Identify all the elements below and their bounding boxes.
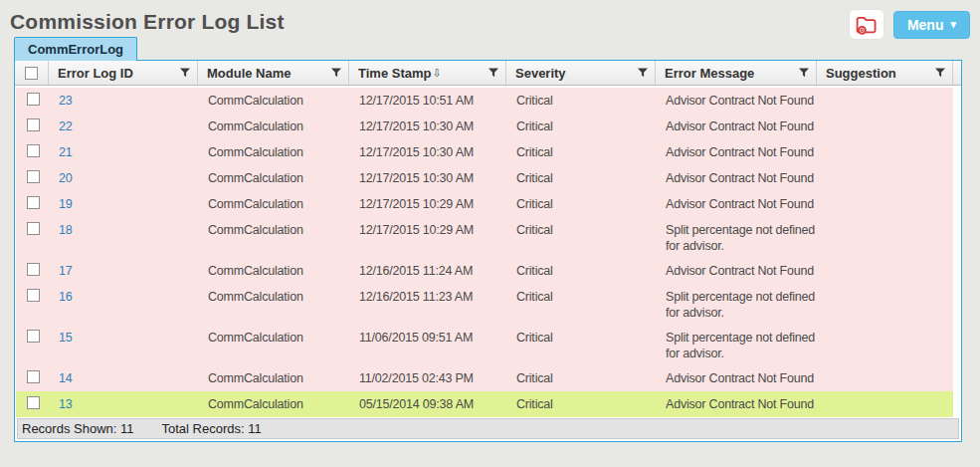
suggestion-cell	[818, 391, 953, 417]
column-header-module-name[interactable]: Module Name	[198, 61, 349, 85]
row-checkbox[interactable]	[27, 93, 40, 106]
severity-cell: Critical	[507, 191, 657, 217]
column-label: Time Stamp	[358, 66, 431, 81]
table-row: 19 CommCalculation 12/17/2015 10:29 AM C…	[16, 191, 953, 217]
menu-button-label: Menu	[907, 17, 944, 33]
time-stamp-cell: 05/15/2014 09:38 AM	[350, 391, 507, 417]
error-log-id-link[interactable]: 15	[59, 331, 73, 345]
column-header-time-stamp[interactable]: Time Stamp ⇩	[349, 61, 506, 85]
error-message-cell: Advisor Contract Not Found	[657, 114, 818, 139]
column-label: Suggestion	[826, 66, 896, 81]
column-label: Severity	[515, 66, 566, 81]
column-label: Error Message	[665, 66, 754, 81]
error-log-id-link[interactable]: 20	[59, 171, 73, 185]
filter-icon[interactable]	[331, 68, 341, 78]
error-message-cell: Split percentage not defined for advisor…	[657, 284, 818, 325]
row-select-cell	[16, 391, 50, 417]
error-message-cell: Advisor Contract Not Found	[657, 365, 818, 391]
module-name-cell: CommCalculation	[199, 284, 350, 325]
error-log-id-cell: 23	[50, 88, 199, 114]
module-name-cell: CommCalculation	[199, 217, 350, 258]
time-stamp-cell: 12/17/2015 10:51 AM	[350, 88, 507, 114]
time-stamp-cell: 12/17/2015 10:29 AM	[350, 217, 507, 258]
tab-commerrorlog[interactable]: CommErrorLog	[14, 37, 137, 61]
column-header-severity[interactable]: Severity	[506, 61, 656, 85]
filter-icon[interactable]	[489, 68, 498, 78]
menu-button[interactable]: Menu ▾	[893, 11, 970, 39]
suggestion-cell	[818, 284, 953, 325]
row-checkbox[interactable]	[27, 222, 40, 235]
time-stamp-cell: 12/16/2015 11:24 AM	[350, 258, 507, 284]
suggestion-cell	[818, 139, 953, 165]
page-title: Commission Error Log List	[10, 10, 285, 34]
column-header-error-log-id[interactable]: Error Log ID	[49, 61, 198, 85]
error-log-id-cell: 17	[50, 258, 199, 284]
filter-icon[interactable]	[638, 68, 648, 78]
row-checkbox[interactable]	[27, 263, 40, 276]
table-row: 14 CommCalculation 11/02/2015 02:43 PM C…	[16, 365, 953, 391]
module-name-cell: CommCalculation	[199, 325, 350, 365]
severity-cell: Critical	[507, 325, 657, 365]
error-log-id-link[interactable]: 16	[59, 290, 73, 304]
severity-cell: Critical	[507, 114, 657, 139]
error-log-id-link[interactable]: 18	[59, 223, 73, 237]
row-checkbox[interactable]	[27, 370, 40, 383]
row-select-cell	[16, 284, 50, 325]
row-select-cell	[16, 217, 50, 258]
error-log-id-link[interactable]: 22	[59, 119, 73, 133]
row-checkbox[interactable]	[27, 396, 40, 409]
severity-cell: Critical	[507, 391, 657, 417]
table-row: 17 CommCalculation 12/16/2015 11:24 AM C…	[16, 258, 953, 284]
table-row: 21 CommCalculation 12/17/2015 10:30 AM C…	[16, 139, 953, 165]
error-log-id-link[interactable]: 23	[59, 94, 73, 108]
table-row: 16 CommCalculation 12/16/2015 11:23 AM C…	[16, 284, 953, 325]
severity-cell: Critical	[507, 165, 657, 191]
time-stamp-cell: 12/16/2015 11:23 AM	[350, 284, 507, 325]
column-header-error-message[interactable]: Error Message	[656, 61, 817, 85]
column-label: Error Log ID	[58, 66, 133, 81]
time-stamp-cell: 12/17/2015 10:30 AM	[350, 114, 507, 139]
module-name-cell: CommCalculation	[199, 365, 350, 391]
row-checkbox[interactable]	[27, 196, 40, 209]
row-checkbox[interactable]	[27, 118, 40, 131]
row-checkbox[interactable]	[27, 170, 40, 183]
screen-options-button[interactable]	[849, 9, 884, 40]
table-row: 13 CommCalculation 05/15/2014 09:38 AM C…	[16, 391, 953, 417]
error-log-id-link[interactable]: 13	[59, 397, 73, 411]
table-row: 23 CommCalculation 12/17/2015 10:51 AM C…	[16, 88, 953, 114]
row-select-cell	[16, 191, 50, 217]
module-name-cell: CommCalculation	[199, 139, 350, 165]
severity-cell: Critical	[507, 284, 657, 325]
suggestion-cell	[818, 217, 953, 258]
row-checkbox[interactable]	[27, 289, 40, 302]
module-name-cell: CommCalculation	[199, 88, 350, 114]
grid-body: 23 CommCalculation 12/17/2015 10:51 AM C…	[15, 86, 961, 417]
severity-cell: Critical	[507, 365, 657, 391]
error-log-id-cell: 16	[50, 284, 199, 325]
select-all-checkbox[interactable]	[25, 67, 38, 80]
column-header-suggestion[interactable]: Suggestion	[817, 61, 953, 85]
suggestion-cell	[818, 325, 953, 365]
severity-cell: Critical	[507, 139, 657, 165]
caret-down-icon: ▾	[950, 19, 956, 30]
error-message-cell: Advisor Contract Not Found	[657, 88, 818, 114]
suggestion-cell	[818, 88, 953, 114]
folder-gear-icon	[855, 15, 878, 35]
error-log-id-cell: 14	[50, 365, 199, 391]
error-log-id-link[interactable]: 21	[59, 145, 73, 159]
error-log-id-cell: 20	[50, 165, 199, 191]
table-row: 18 CommCalculation 12/17/2015 10:29 AM C…	[16, 217, 953, 258]
tab-label: CommErrorLog	[28, 42, 123, 57]
time-stamp-cell: 11/06/2015 09:51 AM	[350, 325, 507, 365]
module-name-cell: CommCalculation	[199, 191, 350, 217]
row-checkbox[interactable]	[27, 330, 40, 343]
error-log-grid: Error Log ID Module Name Time Stamp ⇩ Se…	[14, 60, 962, 442]
filter-icon[interactable]	[935, 68, 945, 78]
row-checkbox[interactable]	[27, 144, 40, 157]
filter-icon[interactable]	[180, 68, 190, 78]
error-log-id-cell: 15	[50, 325, 199, 365]
error-log-id-link[interactable]: 17	[59, 264, 73, 278]
error-log-id-link[interactable]: 14	[59, 371, 73, 385]
error-log-id-link[interactable]: 19	[59, 197, 73, 211]
filter-icon[interactable]	[799, 68, 809, 78]
